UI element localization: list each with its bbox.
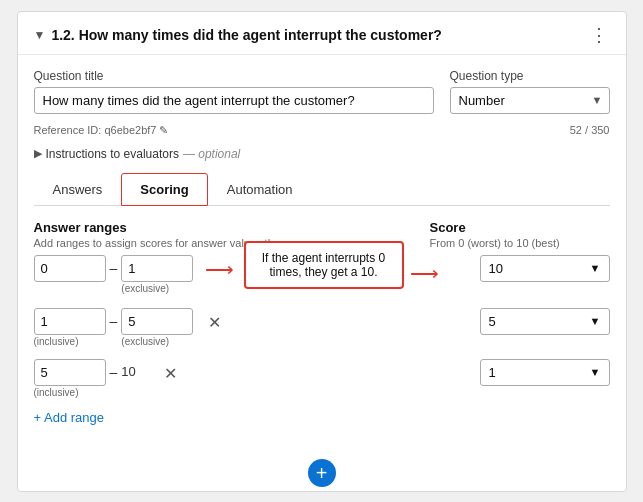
question-type-value: Number — [459, 93, 505, 108]
ranges-title: Answer ranges — [34, 220, 430, 235]
range-row-2: (inclusive) – (exclusive) ✕ 5 ▼ — [34, 308, 610, 347]
add-range-label: + Add range — [34, 410, 104, 425]
title-type-row: Question title Question type Number ▼ — [34, 69, 610, 114]
question-type-field: Question type Number ▼ — [450, 69, 610, 114]
score-arrow-1: ▼ — [590, 262, 601, 274]
card-body: Question title Question type Number ▼ Re… — [18, 55, 626, 447]
range-row-1: – (exclusive) ⟶ If the agent interrupts … — [34, 255, 610, 294]
question-card: ▼ 1.2. How many times did the agent inte… — [17, 11, 627, 492]
question-title-label: Question title — [34, 69, 434, 83]
question-title-input[interactable] — [34, 87, 434, 114]
collapse-chevron[interactable]: ▼ — [34, 28, 46, 42]
more-menu-icon[interactable]: ⋮ — [590, 24, 610, 46]
to-label-1: (exclusive) — [121, 283, 193, 294]
arrow-right-1: ⟶ — [205, 255, 234, 281]
score-select-1[interactable]: 10 ▼ — [480, 255, 610, 282]
score-header: Score From 0 (worst) to 10 (best) — [430, 220, 610, 249]
header-left: ▼ 1.2. How many times did the agent inte… — [34, 27, 442, 43]
to-input-2[interactable] — [121, 308, 193, 335]
range-inputs-2: (inclusive) – (exclusive) ✕ — [34, 308, 472, 347]
edit-ref-icon[interactable]: ✎ — [159, 124, 168, 136]
instructions-chevron[interactable]: ▶ — [34, 147, 42, 160]
to-label-2: (exclusive) — [121, 336, 193, 347]
score-subtitle: From 0 (worst) to 10 (best) — [430, 237, 610, 249]
score-arrow-2: ▼ — [590, 315, 601, 327]
question-title-field: Question title — [34, 69, 434, 114]
remove-row-2[interactable]: ✕ — [203, 310, 225, 332]
range-row-3: (inclusive) – 10 ✕ 1 ▼ — [34, 359, 610, 398]
score-title: Score — [430, 220, 610, 235]
dash-2: – — [110, 308, 118, 329]
to-input-1[interactable] — [121, 255, 193, 282]
score-select-3[interactable]: 1 ▼ — [480, 359, 610, 386]
bottom-bar: + — [18, 451, 626, 491]
char-count: 52 / 350 — [570, 124, 610, 137]
from-field-3: (inclusive) — [34, 359, 106, 398]
from-field-1 — [34, 255, 106, 282]
from-input-3[interactable] — [34, 359, 106, 386]
tabs-bar: Answers Scoring Automation — [34, 173, 610, 206]
add-question-button[interactable]: + — [308, 459, 336, 487]
from-input-1[interactable] — [34, 255, 106, 282]
score-col-1: 10 ▼ — [480, 255, 610, 282]
tab-scoring[interactable]: Scoring — [121, 173, 207, 206]
select-arrow-icon: ▼ — [592, 94, 603, 106]
question-title: 1.2. How many times did the agent interr… — [51, 27, 442, 43]
card-header: ▼ 1.2. How many times did the agent inte… — [18, 12, 626, 55]
remove-row-3[interactable]: ✕ — [160, 361, 182, 383]
to-fixed-3: 10 — [121, 359, 135, 379]
reference-id: Reference ID: q6ebe2bf7 ✎ — [34, 124, 169, 137]
score-arrow-3: ▼ — [590, 366, 601, 378]
to-field-1: (exclusive) — [121, 255, 193, 294]
range-inputs-3: (inclusive) – 10 ✕ — [34, 359, 472, 398]
score-col-2: 5 ▼ — [480, 308, 610, 335]
score-select-2[interactable]: 5 ▼ — [480, 308, 610, 335]
from-label-3: (inclusive) — [34, 387, 106, 398]
from-label-2: (inclusive) — [34, 336, 106, 347]
instructions-optional: — optional — [183, 147, 240, 161]
tab-answers[interactable]: Answers — [34, 173, 122, 206]
range-inputs-1: – (exclusive) ⟶ — [34, 255, 270, 294]
to-field-2: (exclusive) — [121, 308, 193, 347]
arrow-right-2: ⟶ — [410, 259, 439, 285]
add-button-symbol: + — [316, 463, 328, 483]
add-range-button[interactable]: + Add range — [34, 410, 610, 425]
from-field-2: (inclusive) — [34, 308, 106, 347]
score-col-3: 1 ▼ — [480, 359, 610, 386]
question-type-label: Question type — [450, 69, 610, 83]
callout-box: If the agent interrupts 0 times, they ge… — [244, 241, 404, 289]
from-input-2[interactable] — [34, 308, 106, 335]
question-type-select[interactable]: Number ▼ — [450, 87, 610, 114]
dash-1: – — [110, 255, 118, 276]
tab-automation[interactable]: Automation — [208, 173, 312, 206]
instructions-row: ▶ Instructions to evaluators — optional — [34, 147, 610, 161]
ref-row: Reference ID: q6ebe2bf7 ✎ 52 / 350 — [34, 124, 610, 137]
dash-3: – — [110, 359, 118, 380]
instructions-label: Instructions to evaluators — [46, 147, 179, 161]
